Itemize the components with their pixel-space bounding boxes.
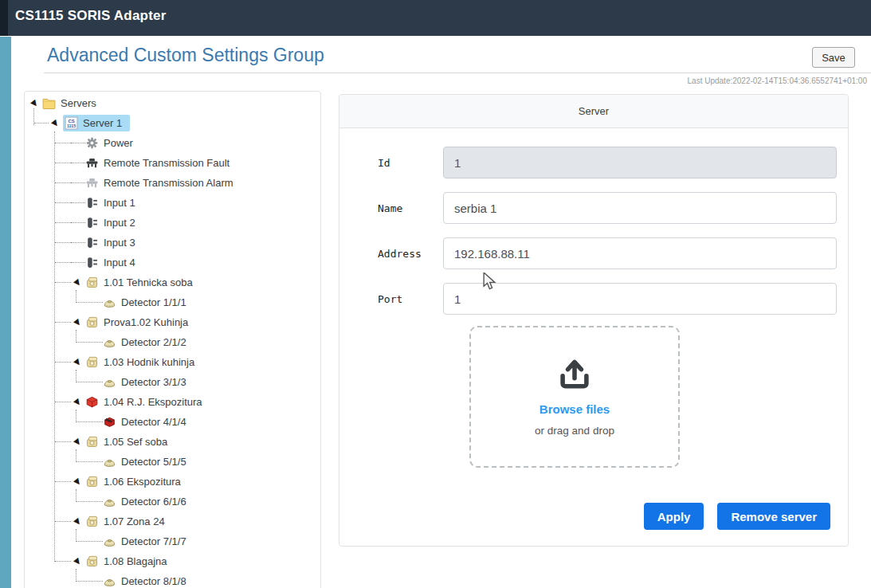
tree-connector <box>55 163 71 163</box>
tree-connector <box>55 143 71 143</box>
address-field[interactable] <box>443 237 837 269</box>
tree-node[interactable]: ▶1.08 Blagajna <box>25 551 320 571</box>
expand-arrow-icon[interactable]: ▶ <box>71 395 85 410</box>
tree-node[interactable]: ▶1.05 Sef soba <box>25 432 320 452</box>
tree-connector <box>55 561 71 562</box>
name-field[interactable] <box>443 192 837 224</box>
expand-arrow-icon[interactable]: ▶ <box>71 355 85 370</box>
port-field[interactable] <box>443 283 837 315</box>
tree-node-label: Detector 7/1/7 <box>121 535 186 547</box>
tree-node-label: Power <box>104 137 133 149</box>
tree-node[interactable]: Detector 8/1/8 <box>25 571 320 588</box>
expand-arrow-icon[interactable]: ▶ <box>28 96 42 111</box>
svg-text:CS: CS <box>68 119 74 123</box>
expand-arrow-icon[interactable]: ▶ <box>71 555 85 569</box>
tree-node[interactable]: Input 2 <box>25 213 320 233</box>
save-button[interactable]: Save <box>812 47 855 68</box>
file-dropzone[interactable]: Browse files or drag and drop <box>469 326 680 468</box>
tree-node-label: Detector 2/1/2 <box>121 336 186 348</box>
tree-connector <box>76 569 103 582</box>
expand-arrow-icon[interactable]: ▶ <box>49 116 63 131</box>
detector-icon <box>103 296 116 309</box>
tree-node[interactable]: Detector 4/1/4 <box>25 412 320 432</box>
header-edge-strip <box>0 0 8 36</box>
tree-connector <box>55 282 71 283</box>
remove-server-button[interactable]: Remove server <box>717 503 830 530</box>
tree-connector <box>71 242 85 243</box>
id-label: Id <box>378 157 390 169</box>
tree-node-label: Server 1 <box>83 117 122 129</box>
tree-connector <box>55 441 71 442</box>
tree-node-label: 1.05 Sef soba <box>104 436 167 448</box>
app-title: CS1115 SORIS Adapter <box>15 8 167 24</box>
id-field[interactable] <box>443 147 837 178</box>
selected-node-highlight: CS1115Server 1 <box>63 115 130 131</box>
tree-node[interactable]: Detector 3/1/3 <box>25 372 320 392</box>
tree-connector <box>55 222 71 223</box>
tree-node[interactable]: ▶Servers <box>25 93 320 113</box>
tree-node-label: 1.06 Ekspozitura <box>104 476 181 488</box>
tree-connector <box>71 182 85 183</box>
tree-node-label: Input 1 <box>104 197 135 209</box>
tree-connector <box>71 202 85 203</box>
expand-arrow-icon[interactable]: ▶ <box>71 515 85 529</box>
tree-node[interactable]: ▶1.06 Ekspozitura <box>25 472 320 492</box>
port-label: Port <box>378 293 402 305</box>
tree-node-label: Remote Transmission Alarm <box>104 177 233 189</box>
tree-node[interactable]: ▶1.03 Hodnik kuhinja <box>25 352 320 372</box>
tree-node-label: Remote Transmission Fault <box>104 157 230 169</box>
tree-node[interactable]: Remote Transmission Fault <box>25 153 320 173</box>
folder-icon <box>42 96 56 110</box>
tree-connector <box>55 402 71 402</box>
tree-node[interactable]: Input 4 <box>25 253 320 272</box>
tree-connector <box>55 182 71 183</box>
address-label: Address <box>378 248 422 260</box>
tree-node-label: Detector 1/1/1 <box>121 296 186 308</box>
tree-node[interactable]: ▶CS1115Server 1 <box>25 113 320 133</box>
tree-connector <box>71 163 85 163</box>
tree-connector <box>76 370 103 382</box>
name-label: Name <box>378 202 402 214</box>
tree-node[interactable]: Power <box>25 133 320 153</box>
app-header: CS1115 SORIS Adapter <box>0 0 871 36</box>
page-title: Advanced Custom Settings Group <box>47 45 324 66</box>
tree-node[interactable]: ▶1.07 Zona 24 <box>25 512 320 531</box>
tree-node[interactable]: Remote Transmission Alarm <box>25 173 320 193</box>
tree-connector <box>55 362 71 363</box>
browse-files-link[interactable]: Browse files <box>539 402 610 416</box>
tree-node[interactable]: ▶1.04 R.J. Ekspozitura <box>25 392 320 412</box>
tree-connector <box>55 481 71 482</box>
apply-button[interactable]: Apply <box>644 503 704 530</box>
tree-node-label: Detector 5/1/5 <box>121 456 186 468</box>
tree-connector <box>76 489 103 502</box>
last-update-timestamp: Last Update:2022-02-14T15:04:36.6552741+… <box>688 76 867 85</box>
tree-node[interactable]: Detector 5/1/5 <box>25 452 320 472</box>
tree-node[interactable]: ▶Prova1.02 Kuhinja <box>25 312 320 332</box>
tree-node[interactable]: ▶1.01 Tehnicka soba <box>25 272 320 292</box>
detector-icon <box>103 495 116 508</box>
tree-connector <box>71 143 85 143</box>
tree-connector <box>76 529 103 542</box>
tree-node[interactable]: Input 1 <box>25 193 320 213</box>
tree-node-label: 1.08 Blagajna <box>104 555 167 567</box>
tree-node[interactable]: Detector 6/1/6 <box>25 492 320 512</box>
panel-header: Server <box>339 95 848 128</box>
tree-node[interactable]: Input 3 <box>25 233 320 253</box>
input-icon <box>85 256 99 269</box>
expand-arrow-icon[interactable]: ▶ <box>71 276 85 290</box>
expand-arrow-icon[interactable]: ▶ <box>71 475 85 489</box>
detector-icon <box>103 335 116 349</box>
tree-node[interactable]: Detector 1/1/1 <box>25 292 320 312</box>
transmission-dark-icon <box>85 156 99 170</box>
tree-node[interactable]: Detector 7/1/7 <box>25 531 320 551</box>
expand-arrow-icon[interactable]: ▶ <box>71 435 85 449</box>
field-row-address: Address <box>339 237 848 269</box>
tree-node-label: 1.01 Tehnicka soba <box>104 276 193 288</box>
tree-node-label: Detector 8/1/8 <box>121 575 186 587</box>
field-row-port: Port <box>339 283 848 315</box>
upload-icon <box>556 357 593 394</box>
expand-arrow-icon[interactable]: ▶ <box>71 316 85 330</box>
zone-alarm-icon <box>85 395 99 409</box>
tree-node-label: Detector 6/1/6 <box>121 496 186 508</box>
tree-node[interactable]: Detector 2/1/2 <box>25 332 320 352</box>
